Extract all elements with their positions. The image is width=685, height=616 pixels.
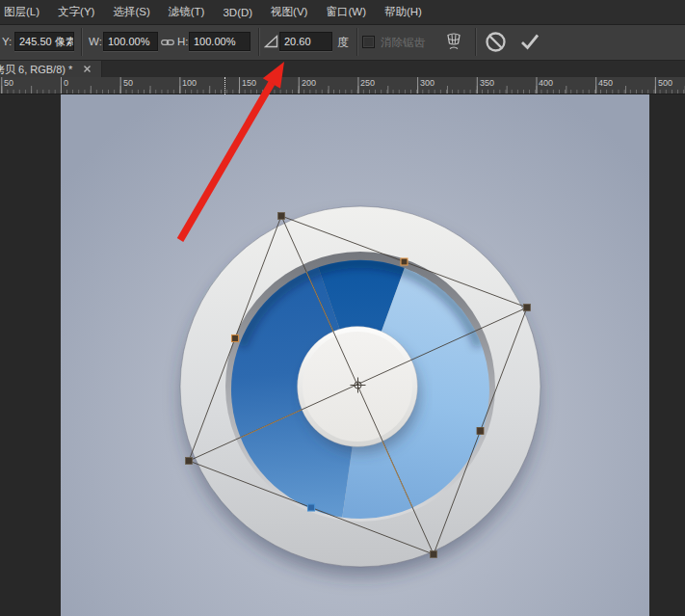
height-label: H: [177,36,189,47]
ruler-cursor-marker [224,77,225,94]
menu-item-window[interactable]: 窗口(W) [326,5,366,19]
menu-item-help[interactable]: 帮助(H) [384,5,422,19]
y-position-label: Y: [2,36,12,47]
ruler-label: 450 [598,78,613,88]
rotation-angle-icon [264,35,278,48]
menu-bar: 图层(L) 文字(Y) 选择(S) 滤镜(T) 3D(D) 视图(V) 窗口(W… [0,0,685,25]
ruler-label: 150 [242,78,256,88]
transform-handle-left[interactable] [186,458,193,465]
document-tab[interactable]: 拷贝 6, RGB/8) * [0,61,102,77]
degree-unit-label: 度 [337,35,349,51]
document-tab-title: 拷贝 6, RGB/8) * [0,63,72,77]
menu-item-filter[interactable]: 滤镜(T) [169,5,205,19]
ruler-label: 100 [182,78,197,88]
ruler-label: 250 [360,78,375,88]
transform-handle-top[interactable] [278,213,285,220]
menu-item-3d[interactable]: 3D(D) [223,7,252,18]
ruler-label: 50 [123,78,133,88]
ruler-label: 400 [539,78,553,88]
divider [258,28,259,56]
menu-item-layer[interactable]: 图层(L) [4,5,40,19]
cancel-transform-icon[interactable] [485,31,507,53]
ruler-label: 50 [4,78,13,88]
antialias-label: 消除锯齿 [381,36,425,50]
warp-mode-icon[interactable] [444,33,463,51]
ruler-label: 200 [302,78,316,88]
transform-handle-bottom-left-mid[interactable] [308,504,315,511]
menu-item-select[interactable]: 选择(S) [113,5,149,19]
ruler-label: 500 [658,78,672,88]
close-tab-icon[interactable] [83,65,92,73]
antialias-checkbox[interactable] [362,36,375,48]
tab-bar: 拷贝 6, RGB/8) * [0,61,685,77]
document-canvas[interactable] [61,94,649,616]
horizontal-ruler[interactable]: 50 0 50 100 150 200 250 300 350 400 450 … [0,77,685,94]
ruler-label: 0 [64,78,68,88]
commit-transform-icon[interactable] [519,33,540,51]
transform-handle-bottom[interactable] [431,551,437,558]
divider [81,28,82,56]
y-position-field[interactable]: 245.50 像素 [14,32,74,51]
width-field[interactable]: 100.00% [103,32,158,51]
transform-handle-right[interactable] [524,305,531,311]
ruler-label: 300 [420,78,435,88]
divider [356,28,357,56]
width-label: W: [89,36,102,47]
menu-item-view[interactable]: 视图(V) [271,5,307,19]
ruler-label: 350 [480,78,494,88]
menu-item-type[interactable]: 文字(Y) [58,5,94,19]
transform-options-bar: Y: 245.50 像素 W: 100.00% H: 100.00% 20.60… [0,25,685,61]
transform-handle-top-right-mid[interactable] [401,258,408,265]
height-field[interactable]: 100.00% [189,32,250,51]
divider [475,28,476,56]
transform-handle-bottom-right-mid[interactable] [477,428,484,435]
rotation-angle-field[interactable]: 20.60 [279,32,332,51]
link-dimensions-icon[interactable] [161,38,174,47]
transform-handle-top-left-mid[interactable] [232,335,239,342]
workspace [0,94,685,616]
